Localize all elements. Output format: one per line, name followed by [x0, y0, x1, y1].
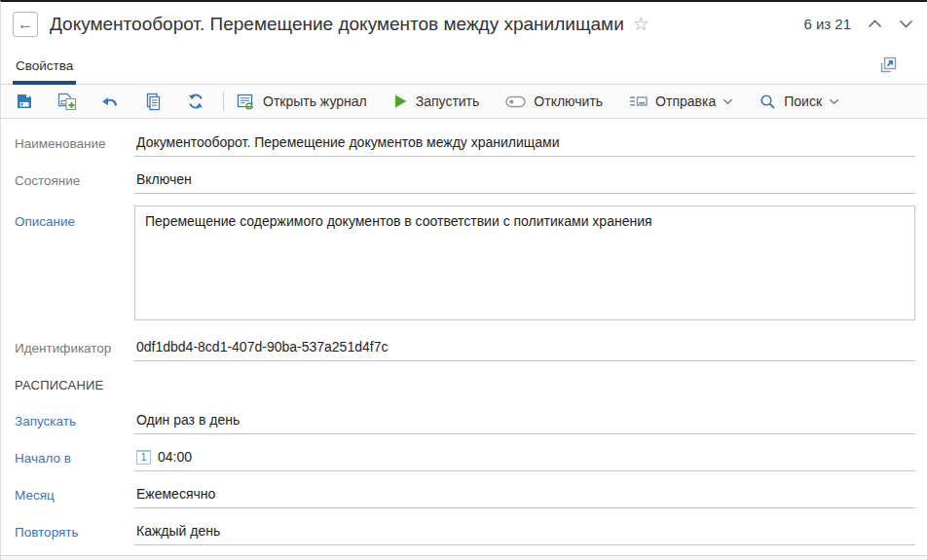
field-row-description: Описание Перемещение содержимого докумен… — [15, 205, 915, 324]
header: ← Документооборот. Перемещение документо… — [1, 2, 927, 46]
task-properties-window: ← Документооборот. Перемещение документо… — [0, 0, 927, 560]
repeat-input[interactable] — [136, 521, 913, 541]
search-icon — [760, 93, 776, 110]
chevron-up-icon — [868, 19, 882, 28]
chevron-down-icon — [899, 19, 913, 28]
next-record-button[interactable] — [899, 19, 913, 28]
repeat-label[interactable]: Повторять — [15, 520, 134, 540]
refresh-icon — [187, 93, 204, 110]
back-button[interactable]: ← — [13, 12, 38, 37]
toggle-off-icon — [505, 95, 526, 108]
field-row-repeat: Повторять — [15, 520, 915, 545]
run-button[interactable]: Запустить — [393, 93, 480, 109]
schedule-section-header: РАСПИСАНИЕ — [15, 378, 915, 392]
state-label: Состояние — [15, 168, 134, 188]
chevron-down-icon — [723, 98, 733, 105]
description-label[interactable]: Описание — [15, 205, 134, 229]
field-row-start-at: Начало в 1 — [15, 446, 915, 471]
run-mode-label[interactable]: Запускать — [15, 409, 134, 429]
save-button[interactable] — [15, 92, 34, 111]
save-copy-icon — [57, 93, 77, 111]
send-menu-button[interactable]: Отправка — [629, 93, 733, 109]
field-row-month: Месяц — [15, 483, 915, 508]
calendar-icon[interactable]: 1 — [136, 450, 151, 465]
start-at-input[interactable] — [158, 447, 913, 467]
copy-button[interactable] — [143, 92, 163, 111]
field-row-run-mode: Запускать — [15, 409, 915, 434]
start-at-label[interactable]: Начало в — [15, 446, 134, 466]
month-input[interactable] — [136, 484, 913, 504]
favorite-star-icon[interactable]: ☆ — [633, 15, 649, 33]
copy-icon — [144, 93, 162, 111]
description-textarea[interactable]: Перемещение содержимого документов в соо… — [134, 205, 915, 320]
open-in-new-window-icon — [878, 55, 899, 75]
field-row-state: Состояние — [15, 168, 915, 194]
name-label: Наименование — [15, 131, 134, 151]
refresh-button[interactable] — [186, 92, 205, 111]
play-icon — [393, 93, 408, 109]
disable-label: Отключить — [534, 93, 603, 109]
state-input[interactable] — [136, 169, 913, 189]
month-label[interactable]: Месяц — [15, 483, 134, 503]
send-list-icon — [629, 94, 648, 108]
identifier-label: Идентификатор — [15, 336, 134, 355]
disable-button[interactable]: Отключить — [505, 93, 603, 109]
search-menu-button[interactable]: Поиск — [760, 93, 839, 110]
send-label: Отправка — [655, 93, 716, 109]
back-arrow-icon: ← — [18, 17, 33, 32]
undo-button[interactable] — [100, 92, 120, 111]
tab-bar: Свойства — [1, 46, 927, 85]
name-input[interactable] — [136, 132, 913, 152]
save-copy-button[interactable] — [57, 92, 77, 111]
window-bottom-edge — [1, 555, 927, 560]
search-label: Поиск — [784, 93, 822, 109]
open-journal-label: Открыть журнал — [263, 93, 367, 109]
properties-form: Наименование Состояние Описание Перемеще… — [1, 119, 927, 545]
toolbar-separator — [223, 92, 224, 111]
open-in-new-window-button[interactable] — [878, 55, 899, 75]
journal-icon — [237, 93, 255, 110]
chevron-down-icon — [829, 98, 839, 105]
run-label: Запустить — [416, 93, 480, 109]
tab-properties[interactable]: Свойства — [13, 58, 76, 84]
field-row-identifier: Идентификатор — [15, 336, 915, 361]
record-pager: 6 из 21 — [803, 16, 913, 32]
previous-record-button[interactable] — [868, 19, 882, 28]
undo-icon — [101, 94, 119, 109]
save-icon — [16, 93, 33, 110]
pager-position: 6 из 21 — [803, 16, 851, 32]
run-mode-input[interactable] — [136, 410, 913, 429]
identifier-input[interactable] — [136, 337, 913, 356]
page-title: Документооборот. Перемещение документов … — [50, 14, 624, 35]
toolbar: Открыть журнал Запустить Отключить Отпра… — [1, 85, 927, 119]
field-row-name: Наименование — [15, 131, 915, 157]
open-journal-button[interactable]: Открыть журнал — [237, 93, 367, 110]
